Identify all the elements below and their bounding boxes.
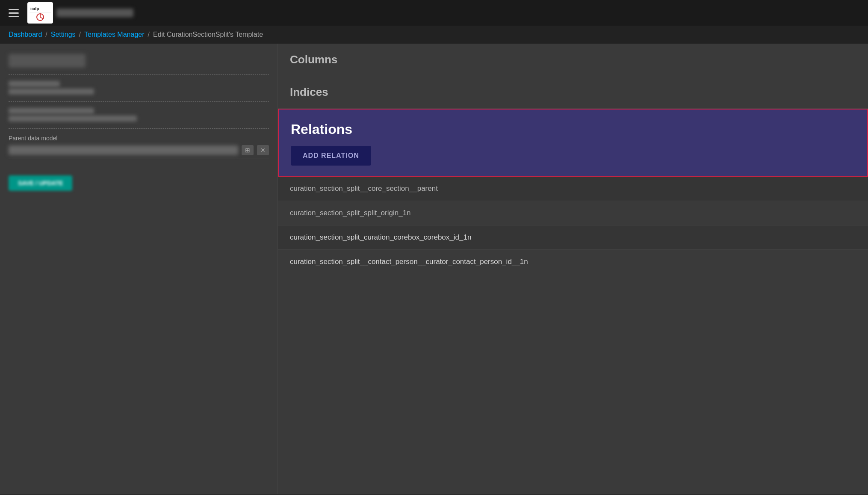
breadcrumb: Dashboard / Settings / Templates Manager…	[0, 26, 868, 44]
right-panel: Columns Indices Relations ADD RELATION c…	[278, 44, 868, 494]
field-group-1	[9, 54, 269, 68]
breadcrumb-separator-3: /	[148, 31, 150, 39]
relation-item-3[interactable]: curation_section_split_curation_corebox_…	[278, 225, 868, 250]
columns-title: Columns	[290, 53, 856, 66]
app-title-blurred	[56, 9, 133, 17]
blurred-line-3a	[9, 108, 94, 114]
logo-image: icdp	[27, 2, 53, 24]
relation-item-4[interactable]: curation_section_split__contact_person__…	[278, 250, 868, 274]
breadcrumb-separator-1: /	[45, 31, 47, 39]
relations-section: Relations ADD RELATION	[278, 109, 868, 177]
relation-item-1[interactable]: curation_section_split__core_section__pa…	[278, 177, 868, 201]
columns-section-header[interactable]: Columns	[278, 44, 868, 76]
parent-model-clear-icon[interactable]: ✕	[257, 145, 269, 155]
divider-2	[9, 101, 269, 102]
save-btn-area: SAVE / UPDATE	[9, 175, 269, 191]
field-row-2a	[9, 81, 269, 87]
indices-section-header[interactable]: Indices	[278, 76, 868, 109]
blurred-line-3b	[9, 116, 137, 122]
field-group-3	[9, 108, 269, 122]
breadcrumb-separator-2: /	[79, 31, 81, 39]
parent-model-input-row: ⊞ ✕	[9, 145, 269, 158]
main-layout: Parent data model ⊞ ✕ SAVE / UPDATE Colu…	[0, 44, 868, 494]
field-row-3b	[9, 116, 269, 122]
save-button[interactable]: SAVE / UPDATE	[9, 175, 72, 191]
relations-header: Relations ADD RELATION	[279, 110, 867, 176]
blurred-line-2b	[9, 89, 94, 95]
left-panel: Parent data model ⊞ ✕ SAVE / UPDATE	[0, 44, 278, 494]
parent-model-value	[9, 145, 238, 155]
parent-model-edit-icon[interactable]: ⊞	[242, 145, 254, 155]
blurred-line-2a	[9, 81, 60, 87]
svg-text:icdp: icdp	[30, 6, 39, 11]
parent-model-label: Parent data model	[9, 135, 269, 142]
add-relation-button[interactable]: ADD RELATION	[291, 146, 371, 166]
field-row-3a	[9, 108, 269, 114]
indices-title: Indices	[290, 86, 856, 99]
breadcrumb-templates-manager[interactable]: Templates Manager	[84, 31, 145, 39]
divider-3	[9, 128, 269, 129]
logo-area: icdp	[27, 2, 133, 24]
hamburger-menu[interactable]	[7, 7, 21, 19]
field-row-2b	[9, 89, 269, 95]
breadcrumb-dashboard[interactable]: Dashboard	[9, 31, 42, 39]
parent-model-group: Parent data model ⊞ ✕	[9, 135, 269, 158]
field-value-1	[9, 54, 86, 68]
field-group-2	[9, 81, 269, 95]
breadcrumb-current: Edit CurationSectionSplit's Template	[153, 31, 263, 39]
app-header: icdp	[0, 0, 868, 26]
relation-item-2[interactable]: curation_section_split_split_origin_1n	[278, 201, 868, 225]
relations-title: Relations	[291, 122, 855, 137]
divider-1	[9, 74, 269, 75]
breadcrumb-settings[interactable]: Settings	[51, 31, 76, 39]
